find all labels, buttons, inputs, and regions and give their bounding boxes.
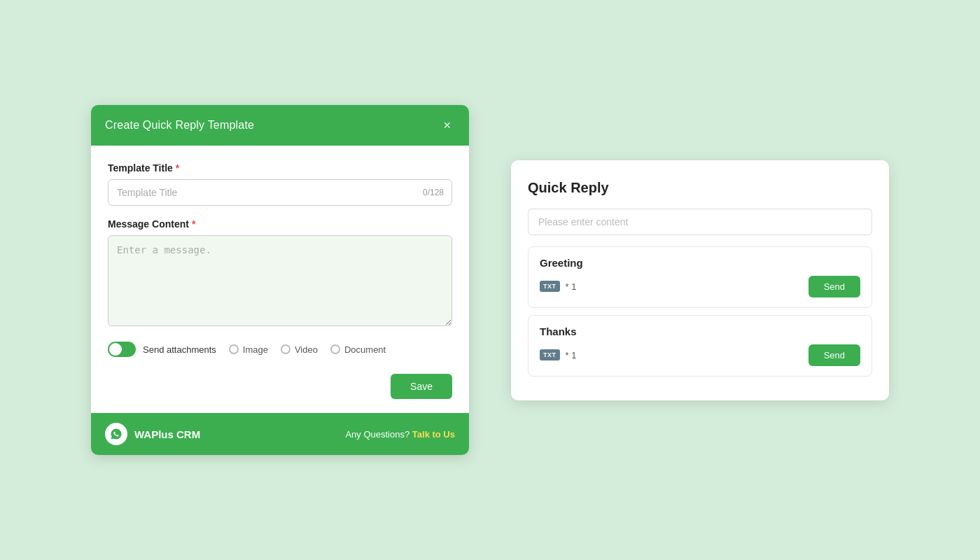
template-title-label: Template Title * <box>108 162 452 174</box>
quick-reply-search[interactable] <box>528 209 872 235</box>
video-radio-circle <box>281 344 290 354</box>
reply-count-thanks: * 1 <box>566 350 577 360</box>
panel-header: Create Quick Reply Template × <box>91 105 469 146</box>
toggle-thumb <box>109 343 122 356</box>
toggle-wrapper: Send attachments <box>108 342 216 357</box>
txt-badge-thanks: TXT <box>540 349 560 360</box>
message-content-textarea[interactable] <box>108 235 452 326</box>
footer-brand: WAPlus CRM <box>105 423 200 445</box>
template-title-field: 0/128 <box>108 179 452 206</box>
template-title-input[interactable] <box>108 179 452 206</box>
talk-to-us-link[interactable]: Talk to Us <box>412 429 455 440</box>
txt-badge-greeting: TXT <box>540 281 560 292</box>
reply-item-meta-greeting: TXT * 1 <box>540 281 576 292</box>
send-button-thanks[interactable]: Send <box>808 344 860 366</box>
reply-item-meta-thanks: TXT * 1 <box>540 349 576 360</box>
image-radio-circle <box>229 344 239 354</box>
footer-question: Any Questions? Talk to Us <box>345 429 455 440</box>
reply-item-name-greeting: Greeting <box>540 257 860 269</box>
image-radio[interactable]: Image <box>229 344 268 355</box>
attachments-label: Send attachments <box>143 344 216 355</box>
close-button[interactable]: × <box>439 118 455 133</box>
reply-item-thanks: Thanks TXT * 1 Send <box>528 315 872 377</box>
reply-item-name-thanks: Thanks <box>540 326 860 337</box>
char-count: 0/128 <box>423 188 444 197</box>
reply-item-content-thanks: TXT * 1 Send <box>540 344 860 366</box>
send-button-greeting[interactable]: Send <box>808 276 860 298</box>
reply-item-content-greeting: TXT * 1 Send <box>540 276 860 298</box>
document-radio[interactable]: Document <box>330 344 386 355</box>
reply-count-greeting: * 1 <box>566 281 577 292</box>
brand-name: WAPlus CRM <box>134 428 200 440</box>
panel-body: Template Title * 0/128 Message Content *… <box>91 146 469 413</box>
quick-reply-panel: Quick Reply Greeting TXT * 1 Send Thanks… <box>511 160 889 400</box>
quick-reply-title: Quick Reply <box>528 180 872 196</box>
brand-icon <box>105 423 127 445</box>
message-required-star: * <box>192 218 195 230</box>
create-template-panel: Create Quick Reply Template × Template T… <box>91 105 469 455</box>
save-btn-row: Save <box>108 374 452 399</box>
panel-footer: WAPlus CRM Any Questions? Talk to Us <box>91 413 469 455</box>
reply-item-greeting: Greeting TXT * 1 Send <box>528 246 872 308</box>
document-radio-circle <box>330 344 340 354</box>
message-content-label: Message Content * <box>108 218 452 230</box>
save-button[interactable]: Save <box>391 374 452 399</box>
video-radio[interactable]: Video <box>281 344 318 355</box>
panel-title: Create Quick Reply Template <box>105 119 254 132</box>
attachments-row: Send attachments Image Video Document <box>108 342 452 357</box>
required-star: * <box>176 162 179 174</box>
send-attachments-toggle[interactable] <box>108 342 136 357</box>
